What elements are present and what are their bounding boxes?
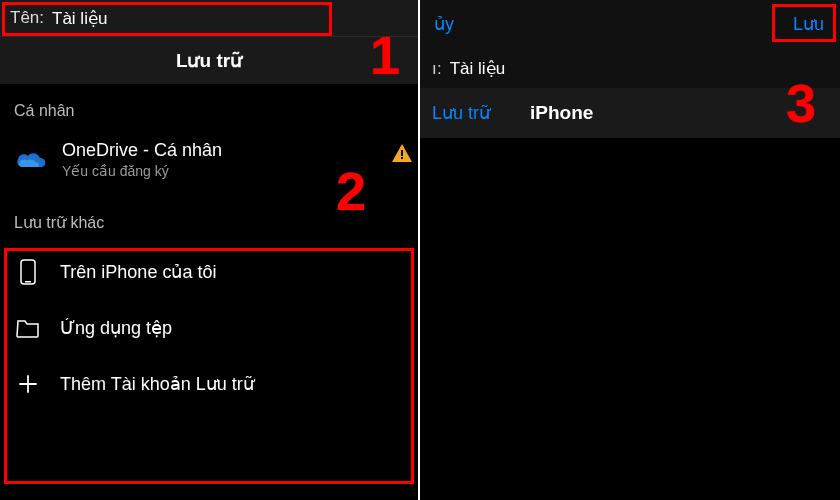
save-button[interactable]: Lưu	[787, 11, 830, 37]
svg-rect-1	[401, 157, 403, 159]
breadcrumb-current: iPhone	[530, 102, 593, 124]
svg-rect-2	[21, 260, 35, 284]
storage-picker-screen: Tên: Tài liệu Lưu trữ Cá nhân OneDrive -…	[0, 0, 420, 500]
option-label: Trên iPhone của tôi	[60, 261, 216, 283]
storage-heading-text: Lưu trữ	[176, 49, 242, 72]
section-other-header: Lưu trữ khác	[14, 205, 404, 244]
onedrive-title: OneDrive - Cá nhân	[62, 140, 404, 161]
filename-row[interactable]: Tên: Tài liệu	[0, 0, 418, 36]
option-label: Thêm Tài khoản Lưu trữ	[60, 373, 254, 395]
plus-icon	[14, 374, 42, 394]
section-other-storage: Lưu trữ khác Trên iPhone của tôi Ứng dụn…	[0, 205, 418, 426]
option-add-storage-account[interactable]: Thêm Tài khoản Lưu trữ	[14, 356, 404, 412]
option-files-app[interactable]: Ứng dụng tệp	[14, 300, 404, 356]
folder-icon	[14, 318, 42, 338]
filename-label: ו:	[432, 58, 442, 79]
filename-value: Tài liệu	[52, 8, 107, 29]
filename-row[interactable]: ו: Tài liệu	[420, 48, 840, 88]
navbar: ủy Lưu	[420, 0, 840, 48]
option-label: Ứng dụng tệp	[60, 317, 172, 339]
storage-heading: Lưu trữ	[0, 36, 418, 84]
option-on-my-iphone[interactable]: Trên iPhone của tôi	[14, 244, 404, 300]
onedrive-subtitle: Yếu cầu đăng ký	[62, 163, 404, 179]
breadcrumb-back[interactable]: Lưu trữ	[432, 102, 490, 124]
filename-label: Tên:	[10, 8, 44, 28]
breadcrumb: Lưu trữ iPhone	[420, 88, 840, 138]
section-personal-header: Cá nhân	[0, 84, 418, 130]
filename-value: Tài liệu	[450, 58, 505, 79]
warning-icon	[392, 144, 412, 166]
onedrive-icon	[14, 148, 48, 172]
svg-rect-3	[25, 281, 31, 283]
save-confirm-screen: ủy Lưu ו: Tài liệu Lưu trữ iPhone 3	[420, 0, 840, 500]
svg-rect-0	[401, 150, 403, 156]
onedrive-row[interactable]: OneDrive - Cá nhân Yếu cầu đăng ký	[0, 130, 418, 193]
iphone-icon	[14, 259, 42, 285]
cancel-button[interactable]: ủy	[430, 13, 454, 35]
